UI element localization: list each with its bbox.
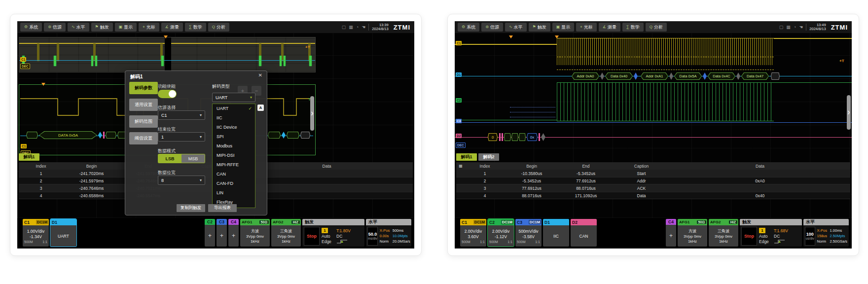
top-menubar: 系统 信源 水平 触发 显示 光标 测量 数学 分析 13:392024/8/1… bbox=[17, 21, 414, 33]
touch-icon[interactable] bbox=[362, 25, 365, 30]
menu-cursor[interactable]: 光标 bbox=[139, 23, 159, 32]
trigger-panel[interactable]: 触发 Stop 1 T:1.68V Auto DC Edge bbox=[740, 219, 802, 247]
option-can[interactable]: CAN bbox=[213, 170, 255, 179]
nav-decode-params[interactable]: 解码参数 bbox=[129, 82, 158, 94]
menu-math[interactable]: 数学 bbox=[622, 23, 644, 32]
close-icon[interactable]: ✕ bbox=[258, 72, 262, 78]
option-mipi-dsi[interactable]: MIPI-DSI bbox=[213, 151, 255, 160]
channel-block-c3[interactable]: C3 + bbox=[217, 219, 227, 247]
afg1-block[interactable]: AFG150Ω 方波3Vpp 0mv1kHz bbox=[240, 219, 270, 247]
keyboard-icon[interactable]: A bbox=[257, 105, 264, 111]
channel-block-c1[interactable]: C1DC1M 1.00V/div-1.34V 500M1:1 bbox=[23, 219, 49, 247]
option-mipi-rffe[interactable]: MIPI-RFFE bbox=[213, 160, 255, 170]
menu-trigger[interactable]: 触发 bbox=[529, 23, 550, 32]
network-icon[interactable] bbox=[794, 25, 796, 30]
stopbits-select[interactable]: 1 bbox=[158, 132, 205, 142]
cell-caption: Start bbox=[613, 171, 670, 176]
menu-trigger[interactable]: 触发 bbox=[91, 23, 113, 32]
datawidth-select[interactable]: 8 bbox=[158, 176, 205, 185]
trigger-panel[interactable]: 触发 Stop 1 T:1.80V Auto DC Edge bbox=[302, 219, 364, 247]
decode-tab-1[interactable]: 解码1 bbox=[456, 153, 477, 161]
option-modbus[interactable]: Modbus bbox=[213, 142, 255, 151]
menu-source[interactable]: 信源 bbox=[44, 23, 66, 32]
trigger-position-marker[interactable] bbox=[164, 36, 168, 38]
option-spi[interactable]: SPI bbox=[213, 132, 255, 142]
vertical-scrollbar[interactable] bbox=[847, 95, 851, 130]
horizontal-panel[interactable]: 水平 50.0ms/div X-Pos500ms 0.00s10.0Mpts N… bbox=[366, 219, 411, 247]
decode-tab-2[interactable]: 解码2 bbox=[478, 153, 499, 161]
save-icon[interactable] bbox=[349, 25, 353, 30]
table-row[interactable]: 1-10.3580us-5.3452usStart bbox=[456, 170, 850, 177]
menu-system[interactable]: 系统 bbox=[20, 23, 42, 32]
save-icon[interactable] bbox=[786, 25, 791, 30]
separator bbox=[806, 24, 806, 31]
horizontal-title: 水平 bbox=[366, 219, 411, 225]
waveform-area[interactable]: C1 DEC +T C1 DEC DATA 0x5A T 解码1 bbox=[17, 33, 414, 218]
option-iic[interactable]: IIC bbox=[213, 113, 255, 123]
afg2-block[interactable]: AFG2HiZ 三角波3Vpp 0mv1kHz bbox=[271, 219, 301, 247]
export-report-button[interactable]: 导出报表 bbox=[208, 204, 237, 212]
nav-general-settings[interactable]: 通用设置 bbox=[129, 99, 158, 111]
afg2-block[interactable]: AFG2HiZ 三角波3Vpp 0mv1kHz bbox=[709, 219, 738, 247]
vertical-scrollbar[interactable] bbox=[310, 96, 314, 131]
afg-id: AFG2 bbox=[709, 220, 729, 224]
c1-channel-chip: C1 bbox=[20, 57, 26, 62]
table-grid-icon[interactable] bbox=[456, 164, 465, 168]
option-can-fd[interactable]: CAN-FD bbox=[213, 179, 255, 188]
table-row[interactable]: 377.6912us88.0716usACK bbox=[456, 184, 850, 192]
afg-frequency: 1kHz bbox=[678, 239, 707, 244]
afg1-block[interactable]: AFG150Ω 方波3Vpp 0mv1kHz bbox=[678, 219, 707, 247]
menu-measure[interactable]: 测量 bbox=[599, 23, 620, 32]
can-bar bbox=[502, 133, 503, 141]
nav-threshold-settings[interactable]: 阈值设置 bbox=[129, 132, 158, 144]
channel-block-c4[interactable]: C4 + bbox=[666, 219, 676, 247]
decode-type-select[interactable]: UART bbox=[212, 93, 255, 102]
d2-channel-chip: D2 bbox=[456, 134, 462, 138]
channel-block-d1[interactable]: D1 IIC bbox=[543, 219, 569, 247]
menu-label: 分析 bbox=[654, 24, 663, 31]
menu-system[interactable]: 系统 bbox=[458, 23, 479, 32]
can-bubble-id: 0x bbox=[527, 133, 538, 141]
touch-icon[interactable] bbox=[799, 25, 803, 30]
table-row[interactable]: 2-5.3452us77.6912usAddr0xA0 bbox=[456, 177, 850, 184]
source-value: C1 bbox=[161, 113, 167, 118]
waveform-area[interactable]: C1 D1 Addr 0xA0 Data 0x40 Addr 0xA1 Data… bbox=[455, 33, 852, 218]
lsb-button[interactable]: LSB bbox=[158, 154, 181, 163]
record-overview-strip[interactable]: C1 DEC bbox=[19, 37, 316, 72]
nav-decode-range[interactable]: 解码范围 bbox=[129, 115, 158, 128]
screen-icon[interactable] bbox=[779, 25, 784, 30]
channel-block-c3[interactable]: C3DC1M 500mV/div-3.58V 500M1:1 bbox=[515, 219, 542, 247]
menu-analysis[interactable]: 分析 bbox=[208, 23, 229, 32]
network-icon[interactable] bbox=[356, 25, 359, 30]
menu-math[interactable]: 数学 bbox=[185, 23, 206, 32]
copy-to-trigger-button[interactable]: 复制到触发 bbox=[177, 204, 205, 212]
menu-measure[interactable]: 测量 bbox=[161, 23, 183, 32]
cell-begin: -240.7646ms bbox=[63, 186, 120, 191]
scope-screenshot-card-2: 系统 信源 水平 触发 显示 光标 测量 数学 分析 13:492024/8/1… bbox=[447, 14, 859, 256]
channel-block-c2[interactable]: C2DC1M 2.00V/div-1.12V 500M1:1 bbox=[488, 219, 514, 247]
nav-label: 阈值设置 bbox=[135, 135, 152, 142]
option-iic-device[interactable]: IIC Device bbox=[213, 123, 255, 132]
channel-block-d1[interactable]: D1 UART bbox=[50, 219, 76, 247]
can-bar bbox=[539, 133, 540, 141]
menu-horizontal[interactable]: 水平 bbox=[505, 23, 527, 32]
menu-display[interactable]: 显示 bbox=[115, 23, 137, 32]
menu-cursor[interactable]: 光标 bbox=[576, 23, 597, 32]
channel-block-c4[interactable]: C4 + bbox=[228, 219, 239, 247]
channel-block-c2[interactable]: C2 + bbox=[205, 219, 215, 247]
enable-toggle[interactable] bbox=[158, 90, 177, 98]
source-select[interactable]: C1 bbox=[158, 110, 205, 120]
menu-display[interactable]: 显示 bbox=[552, 23, 575, 32]
channel-block-c1[interactable]: C1DC1M 2.00V/div3.60V 500M1:1 bbox=[460, 219, 486, 247]
table-row[interactable]: 488.0716us171.1092usData0x40 bbox=[456, 192, 850, 199]
horizontal-panel[interactable]: 水平 100us/div X-Pos1.00ms 158us2.50Mpts N… bbox=[803, 219, 849, 247]
decode-tab-1[interactable]: 解码1 bbox=[19, 153, 39, 161]
menu-horizontal[interactable]: 水平 bbox=[68, 23, 89, 32]
msb-button[interactable]: MSB bbox=[181, 154, 205, 163]
menu-analysis[interactable]: 分析 bbox=[646, 23, 667, 32]
menu-source[interactable]: 信源 bbox=[481, 23, 503, 32]
option-uart[interactable]: UART bbox=[213, 104, 255, 113]
option-lin[interactable]: LIN bbox=[213, 188, 255, 198]
screen-icon[interactable] bbox=[342, 25, 346, 30]
channel-block-d2[interactable]: D2 CAN bbox=[571, 219, 597, 247]
